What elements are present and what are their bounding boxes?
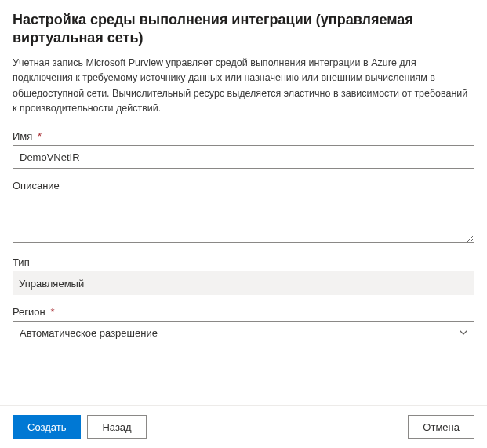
page-description: Учетная запись Microsoft Purview управля… bbox=[13, 56, 474, 117]
region-select-wrapper: Автоматическое разрешение bbox=[13, 321, 474, 344]
name-label-text: Имя bbox=[13, 130, 32, 142]
back-button[interactable]: Назад bbox=[87, 415, 146, 439]
footer-spacer bbox=[153, 415, 402, 439]
name-field-group: Имя * bbox=[13, 130, 474, 169]
footer: Создать Назад Отмена bbox=[0, 405, 487, 448]
name-input[interactable] bbox=[13, 145, 474, 169]
create-button[interactable]: Создать bbox=[13, 415, 81, 439]
name-label: Имя * bbox=[13, 130, 474, 142]
description-field-group: Описание bbox=[13, 180, 474, 246]
region-label: Регион * bbox=[13, 306, 474, 318]
region-select[interactable]: Автоматическое разрешение bbox=[13, 321, 474, 344]
page-title: Настройка среды выполнения интеграции (у… bbox=[13, 11, 474, 48]
cancel-button[interactable]: Отмена bbox=[408, 415, 474, 439]
region-field-group: Регион * Автоматическое разрешение bbox=[13, 306, 474, 344]
required-asterisk: * bbox=[50, 306, 54, 318]
type-label: Тип bbox=[13, 257, 474, 268]
region-label-text: Регион bbox=[13, 306, 45, 318]
type-value: Управляемый bbox=[13, 271, 474, 295]
type-field-group: Тип Управляемый bbox=[13, 257, 474, 295]
description-input[interactable] bbox=[13, 195, 474, 243]
description-label: Описание bbox=[13, 180, 474, 191]
required-asterisk: * bbox=[38, 130, 42, 142]
